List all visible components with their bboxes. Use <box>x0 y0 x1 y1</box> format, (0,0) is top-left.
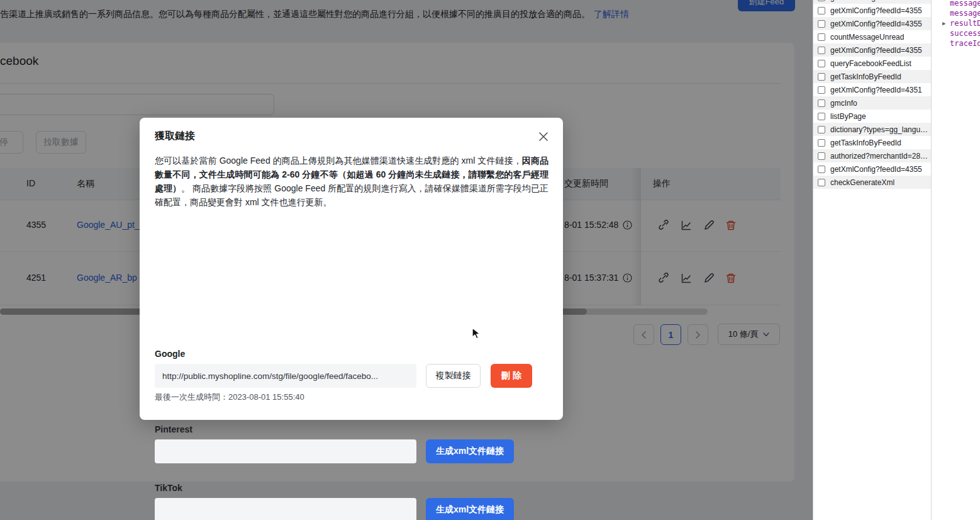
request-label: gmcInfo <box>830 99 857 108</box>
response-json-key: traceId <box>942 38 980 48</box>
request-checkbox[interactable] <box>818 86 825 94</box>
request-row[interactable]: getTaskInfoByFeedId <box>813 136 931 149</box>
get-link-modal: 獲取鏈接 您可以基於當前 Google Feed 的商品上傳規則為其他媒體渠道快… <box>140 118 563 420</box>
browser-viewport: 告渠道上推廣或銷售的一系列商品信息。您可以為每種商品分配屬性，並通過這些屬性對您… <box>0 0 813 520</box>
response-json-key: message <box>942 0 980 8</box>
expand-arrow-icon[interactable]: ▶ <box>942 18 945 28</box>
request-row[interactable]: getXmlConfig?feedId=4355 <box>813 17 931 30</box>
request-checkbox[interactable] <box>818 0 825 1</box>
request-label: authorized?merchantId=28… <box>830 152 928 161</box>
response-json-key[interactable]: ▶resultD <box>942 18 980 28</box>
request-row[interactable]: countMessageUnread <box>813 30 931 43</box>
close-icon[interactable] <box>537 130 550 144</box>
request-row[interactable]: getXmlConfig?feedId=4355 <box>813 162 931 176</box>
pinterest-section-label: Pinterest <box>155 424 192 434</box>
copy-link-button[interactable]: 複製鏈接 <box>426 364 481 388</box>
tiktok-generate-xml-button[interactable]: 生成xml文件鏈接 <box>426 498 514 520</box>
response-json-key: success <box>942 28 980 38</box>
request-label: dictionary?types=gg_langu… <box>830 125 928 134</box>
delete-button[interactable]: 刪 除 <box>491 364 532 388</box>
request-label: getTaskInfoByFeedId <box>830 138 901 147</box>
request-checkbox[interactable] <box>818 126 825 133</box>
request-checkbox[interactable] <box>818 47 825 54</box>
request-checkbox[interactable] <box>818 99 825 107</box>
request-row[interactable]: dictionary?types=gg_langu… <box>813 123 931 136</box>
request-row[interactable]: getXmlConfig?feedId=4351 <box>813 83 931 96</box>
modal-description: 您可以基於當前 Google Feed 的商品上傳規則為其他媒體渠道快速生成對應… <box>155 154 548 209</box>
devtools-split-divider[interactable] <box>931 0 932 520</box>
devtools-panel: getXmlConfig?feedId=4355getXmlConfig?fee… <box>813 0 980 520</box>
request-checkbox[interactable] <box>818 113 825 120</box>
request-checkbox[interactable] <box>818 20 825 28</box>
screen: 告渠道上推廣或銷售的一系列商品信息。您可以為每種商品分配屬性，並通過這些屬性對您… <box>0 0 980 520</box>
request-row[interactable]: getXmlConfig?feedId=4355 <box>813 43 931 57</box>
request-row[interactable]: checkGenerateXml <box>813 176 931 189</box>
request-checkbox[interactable] <box>818 179 825 186</box>
response-preview: messagemessage▶resultDsuccesstraceId <box>942 0 980 48</box>
request-checkbox[interactable] <box>818 152 825 160</box>
request-label: listByPage <box>830 112 866 121</box>
request-label: getXmlConfig?feedId=4355 <box>830 165 922 174</box>
google-xml-url-input[interactable] <box>155 364 416 388</box>
request-label: getXmlConfig?feedId=4355 <box>830 6 922 15</box>
request-label: getXmlConfig?feedId=4351 <box>830 86 922 94</box>
modal-title: 獲取鏈接 <box>155 130 195 143</box>
tiktok-xml-url-input[interactable] <box>155 498 416 520</box>
request-label: checkGenerateXml <box>830 178 894 187</box>
request-row[interactable]: getTaskInfoByFeedId <box>813 70 931 83</box>
request-label: getTaskInfoByFeedId <box>830 72 901 81</box>
pinterest-xml-url-input[interactable] <box>155 439 416 463</box>
response-json-key: message <box>942 8 980 18</box>
request-checkbox[interactable] <box>818 7 825 14</box>
request-label: getXmlConfig?feedId=4355 <box>830 0 922 2</box>
request-row[interactable]: authorized?merchantId=28… <box>813 149 931 162</box>
tiktok-section-label: TikTok <box>155 483 182 493</box>
pinterest-generate-xml-button[interactable]: 生成xml文件鏈接 <box>426 439 514 463</box>
request-checkbox[interactable] <box>818 73 825 81</box>
request-checkbox[interactable] <box>818 33 825 41</box>
request-label: queryFacebookFeedList <box>830 59 911 68</box>
modal-description-part2: 。 商品數據字段將按照 Google Feed 所配置的規則進行寫入，請確保媒體… <box>155 183 548 207</box>
request-row[interactable]: listByPage <box>813 110 931 123</box>
google-section-label: Google <box>155 349 185 359</box>
request-label: getXmlConfig?feedId=4355 <box>830 46 922 55</box>
modal-description-part1: 您可以基於當前 Google Feed 的商品上傳規則為其他媒體渠道快速生成對應… <box>155 155 522 166</box>
request-checkbox[interactable] <box>818 60 825 67</box>
request-row[interactable]: gmcInfo <box>813 96 931 110</box>
request-list: getXmlConfig?feedId=4355getXmlConfig?fee… <box>813 0 931 189</box>
request-row[interactable]: getXmlConfig?feedId=4355 <box>813 4 931 17</box>
last-generated-time: 最後一次生成時間：2023-08-01 15:55:40 <box>155 392 304 403</box>
request-checkbox[interactable] <box>818 139 825 147</box>
request-label: getXmlConfig?feedId=4355 <box>830 20 922 28</box>
request-label: countMessageUnread <box>830 33 904 42</box>
request-checkbox[interactable] <box>818 166 825 173</box>
request-row[interactable]: queryFacebookFeedList <box>813 57 931 70</box>
